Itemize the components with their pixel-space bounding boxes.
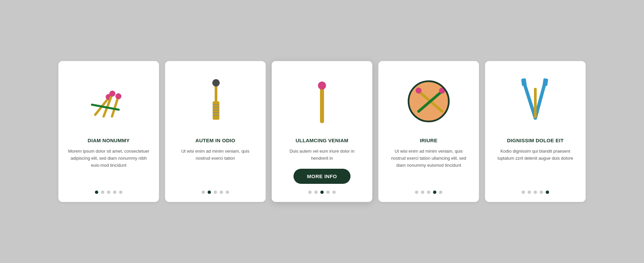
svg-line-23 [524,81,535,118]
dot [332,191,336,194]
dot [427,191,430,194]
svg-point-5 [115,93,121,99]
card-4-desc: Ut wisi enim ad minim veniam, quis nostr… [388,148,470,184]
tweezers-icon [514,74,557,128]
svg-rect-26 [543,78,548,86]
dot [326,191,330,194]
dot [439,191,442,194]
card-5-icon-area [494,71,576,132]
card-2-icon-area [174,71,256,132]
svg-point-16 [318,82,326,90]
card-4-title: IRIURE [420,138,438,143]
card-3-title: ULLAMCING VENIAM [296,138,348,143]
dot [220,191,223,194]
single-match-icon [312,74,332,128]
card-1-desc: Morem ipsum dolor sit amet, consectetuer… [68,148,150,184]
svg-rect-15 [320,88,324,123]
card-2-desc: Ut wisi enim ad minim veniam, quis nostr… [174,148,256,184]
dot-active [208,191,211,194]
dot [214,191,217,194]
card-3-dots [308,191,336,194]
svg-point-14 [212,79,220,87]
dot [308,191,312,194]
dot [119,191,122,194]
card-3-desc: Duis autem vel eum iriure dolor in hendr… [281,148,363,162]
dot [534,191,537,194]
dot [540,191,543,194]
card-4: IRIURE Ut wisi enim ad minim veniam, qui… [378,61,479,202]
dot [202,191,205,194]
card-2-dots [202,191,229,194]
svg-rect-25 [521,78,527,86]
svg-rect-27 [534,88,537,118]
svg-point-19 [416,88,422,94]
dot-active [546,191,549,194]
no-match-icon [404,76,454,126]
svg-line-24 [535,81,545,118]
card-4-icon-area [388,71,470,132]
match-tool-icon [195,74,235,128]
card-5-desc: Kodio dignissim qui blandit praesent lup… [494,148,576,184]
card-2: AUTEM IN ODIO Ut wisi enim ad minim veni… [165,61,266,202]
card-5: DIGNISSIM DOLOE EIT Kodio dignissim qui … [485,61,586,202]
dot [522,191,525,194]
dot-active [433,191,436,194]
svg-line-4 [112,97,118,116]
dot [528,191,531,194]
card-1-title: DIAM NONUMMY [88,138,129,143]
card-2-title: AUTEM IN ODIO [196,138,235,143]
card-3: ULLAMCING VENIAM Duis autem vel eum iriu… [272,61,372,202]
svg-rect-13 [215,85,217,103]
card-3-icon-area [281,71,363,132]
card-4-dots [415,191,442,194]
card-1: DIAM NONUMMY Morem ipsum dolor sit amet,… [58,61,159,202]
svg-rect-7 [213,101,219,120]
dot-active [95,191,98,194]
dot [314,191,318,194]
dot [226,191,229,194]
matches-bunch-icon [85,78,132,125]
card-1-dots [95,191,122,194]
card-5-title: DIGNISSIM DOLOE EIT [507,138,564,143]
more-info-button[interactable]: MORE INFO [293,169,351,184]
dot [107,191,110,194]
dot [113,191,116,194]
cards-container: DIAM NONUMMY Morem ipsum dolor sit amet,… [32,41,612,222]
card-1-icon-area [68,71,150,132]
svg-point-3 [109,91,115,97]
dot-active [320,191,324,194]
dot [101,191,104,194]
card-5-dots [522,191,549,194]
dot [415,191,418,194]
dot [421,191,424,194]
